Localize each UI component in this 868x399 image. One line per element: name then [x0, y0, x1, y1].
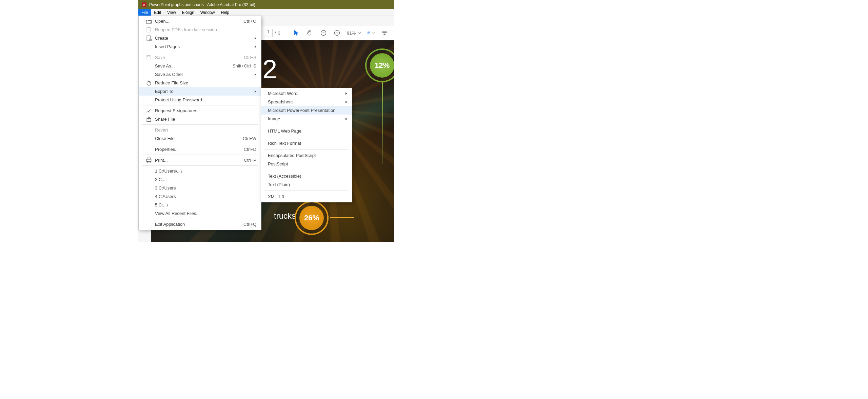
menu-separator: [142, 52, 258, 52]
menu-label: HTML Web Page: [268, 128, 301, 134]
menu-label: Open...: [155, 19, 170, 24]
export-text-plain[interactable]: Text (Plain): [261, 180, 352, 189]
menu-recent-5[interactable]: 5 C:...\: [139, 201, 261, 209]
svg-point-7: [147, 81, 151, 85]
selection-tool-icon[interactable]: [293, 29, 300, 37]
export-image[interactable]: Image: [261, 115, 352, 123]
menu-recent-2[interactable]: 2 C:...: [139, 175, 261, 184]
menu-separator: [264, 191, 349, 191]
chevron-right-icon: [255, 73, 256, 76]
export-rtf[interactable]: Rich Text Format: [261, 139, 352, 147]
chevron-down-icon: [372, 29, 375, 36]
menu-label: 2 C:...: [155, 177, 167, 182]
menu-label: Properties...: [155, 147, 179, 152]
zoom-level[interactable]: 91%: [347, 31, 361, 36]
percent-badge-26: 26%: [299, 206, 324, 230]
figure-number-fragment: 2: [262, 54, 277, 85]
menu-insert-pages[interactable]: Insert Pages: [139, 42, 261, 51]
export-ps[interactable]: PostScript: [261, 160, 352, 168]
menu-shortcut: Ctrl+O: [243, 19, 256, 24]
menu-label: Image: [268, 116, 280, 121]
menu-print[interactable]: Print... Ctrl+P: [139, 156, 261, 164]
menu-edit[interactable]: Edit: [151, 9, 164, 16]
menu-separator: [142, 165, 258, 166]
menu-separator: [142, 219, 258, 219]
export-powerpoint[interactable]: Microsoft PowerPoint Presentation: [261, 106, 352, 115]
chevron-right-icon: [255, 45, 256, 48]
menu-close-file[interactable]: Close File Ctrl+W: [139, 134, 261, 143]
menu-view-all-recent[interactable]: View All Recent Files...: [139, 209, 261, 218]
menu-label: Share File: [155, 117, 175, 122]
zoom-in-icon[interactable]: [333, 29, 341, 37]
collapse-panel-icon[interactable]: [381, 29, 388, 37]
menu-reopen: Reopen PDFs from last session: [139, 25, 261, 34]
export-word[interactable]: Microsoft Word: [261, 89, 352, 98]
export-spreadsheet[interactable]: Spreadsheet: [261, 98, 352, 106]
chevron-right-icon: [255, 37, 256, 40]
menu-label: Exit Application: [155, 222, 185, 227]
export-html[interactable]: HTML Web Page: [261, 127, 352, 135]
menu-label: View All Recent Files...: [155, 211, 200, 216]
signature-icon: [145, 107, 152, 114]
menu-label: Protect Using Password: [155, 97, 202, 102]
svg-rect-11: [147, 161, 150, 163]
trucks-label: trucks: [274, 211, 296, 221]
menu-exit-application[interactable]: Exit Application Ctrl+Q: [139, 220, 261, 228]
menu-label: Text (Accessible): [268, 174, 301, 179]
export-eps[interactable]: Encapsulated PostScript: [261, 151, 352, 160]
menu-shortcut: Ctrl+Q: [243, 222, 256, 227]
menu-recent-1[interactable]: 1 C:\Users\...\: [139, 167, 261, 175]
menu-separator: [142, 144, 258, 144]
svg-rect-2: [368, 32, 370, 34]
page-number-input[interactable]: 1: [264, 29, 273, 37]
percent-badge-12: 12%: [370, 53, 394, 78]
menu-create[interactable]: Create: [139, 34, 261, 42]
menu-recent-3[interactable]: 3 C:\Users: [139, 184, 261, 192]
menu-separator: [142, 155, 258, 155]
svg-rect-9: [147, 158, 151, 159]
menu-revert: Revert: [139, 126, 261, 134]
menu-view[interactable]: View: [164, 9, 179, 16]
menu-file[interactable]: File: [138, 9, 151, 16]
menubar: File Edit View E-Sign Window Help: [138, 9, 394, 16]
page-separator: /: [275, 31, 276, 36]
chevron-right-icon: [346, 101, 347, 103]
menu-separator: [264, 149, 349, 149]
menu-request-signatures[interactable]: Request E-signatures: [139, 106, 261, 115]
menu-save-as[interactable]: Save As... Shift+Ctrl+S: [139, 62, 261, 70]
export-text-accessible[interactable]: Text (Accessible): [261, 172, 352, 180]
folder-open-icon: [145, 18, 152, 25]
menu-window[interactable]: Window: [197, 9, 218, 16]
menu-reduce-file-size[interactable]: Reduce File Size: [139, 79, 261, 87]
fit-page-icon[interactable]: [367, 29, 375, 37]
titlebar: A PowerPoint graphs and charts - Adobe A…: [138, 0, 394, 9]
zoom-out-icon[interactable]: [320, 29, 327, 37]
menu-label: Revert: [155, 127, 168, 133]
menu-properties[interactable]: Properties... Ctrl+D: [139, 145, 261, 154]
menu-protect-password[interactable]: Protect Using Password: [139, 96, 261, 104]
menu-separator: [142, 124, 258, 125]
menu-label: Spreadsheet: [268, 99, 293, 104]
menu-label: Request E-signatures: [155, 108, 197, 113]
export-xml[interactable]: XML 1.0: [261, 193, 352, 201]
page-total: 3: [278, 31, 280, 36]
menu-label: Export To: [155, 89, 174, 94]
menu-esign[interactable]: E-Sign: [179, 9, 197, 16]
menu-export-to[interactable]: Export To: [139, 87, 261, 96]
menu-separator: [264, 170, 349, 170]
share-icon: [145, 116, 152, 123]
menu-label: Microsoft PowerPoint Presentation: [268, 108, 335, 113]
menu-label: XML 1.0: [268, 194, 284, 199]
menu-label: PostScript: [268, 161, 288, 166]
menu-recent-4[interactable]: 4 C:\Users: [139, 192, 261, 201]
menu-help[interactable]: Help: [218, 9, 233, 16]
save-icon: [145, 54, 152, 61]
menu-label: 4 C:\Users: [155, 194, 176, 199]
menu-label: Text (Plain): [268, 182, 290, 187]
menu-label: Close File: [155, 136, 175, 141]
hand-tool-icon[interactable]: [306, 29, 314, 37]
menu-share-file[interactable]: Share File: [139, 115, 261, 123]
menu-save-other[interactable]: Save as Other: [139, 70, 261, 79]
file-menu-dropdown: Open... Ctrl+O Reopen PDFs from last ses…: [138, 16, 261, 230]
menu-open[interactable]: Open... Ctrl+O: [139, 17, 261, 25]
